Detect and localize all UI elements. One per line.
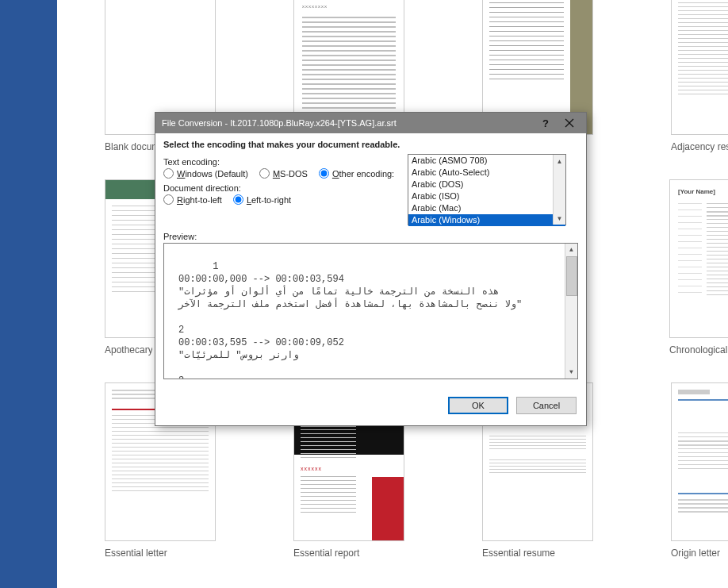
radio-input[interactable] <box>163 168 174 179</box>
template-label: Chronological letter <box>669 344 728 355</box>
dialog-titlebar[interactable]: File Conversion - It.2017.1080p.BluRay.x… <box>155 113 586 133</box>
scroll-down-icon[interactable]: ▼ <box>565 366 578 379</box>
thumb-lines <box>678 432 728 472</box>
preview-label: Preview: <box>163 232 578 241</box>
preview-textbox[interactable]: 1 00:00:00,000 --> 00:00:03,594 "هذه الن… <box>163 243 578 379</box>
dialog-title: File Conversion - It.2017.1080p.BluRay.x… <box>162 118 534 128</box>
dialog-body: Select the encoding that makes your docu… <box>155 133 586 389</box>
radio-input[interactable] <box>259 168 270 179</box>
thumb-accent <box>678 493 728 494</box>
template-label: Apothecary letter <box>105 344 152 355</box>
dialog-instruction: Select the encoding that makes your docu… <box>163 140 578 149</box>
thumb-lines <box>302 17 396 112</box>
thumb-lines <box>678 0 728 98</box>
thumb-title: xxxxxxxx <box>302 4 396 9</box>
thumb-lines <box>301 476 356 516</box>
template-thumb[interactable] <box>671 0 728 135</box>
template-label: Essential report <box>293 548 404 559</box>
text-encoding-radios: Windows (Default) MS-DOS Other encoding: <box>163 168 408 179</box>
encoding-option[interactable]: Arabic (Mac) <box>408 202 565 214</box>
dialog-button-row: OK Cancel <box>155 389 586 425</box>
thumb-placeholder-name: [Your Name] <box>678 188 728 195</box>
thumb-red-band <box>372 477 404 540</box>
encoding-option[interactable]: Arabic (Auto-Select) <box>408 167 565 179</box>
template-label: Essential letter <box>105 548 216 559</box>
template-thumb[interactable] <box>671 382 728 541</box>
template-label: Adjacency resume <box>671 141 728 152</box>
scroll-up-icon[interactable]: ▲ <box>554 155 566 167</box>
radio-input[interactable] <box>319 168 329 179</box>
help-button[interactable]: ? <box>534 115 557 131</box>
encoding-listbox[interactable]: Arabic (ASMO 708)Arabic (Auto-Select)Ara… <box>408 154 566 225</box>
radio-input[interactable] <box>233 194 243 205</box>
radio-windows-default[interactable]: Windows (Default) <box>163 168 248 179</box>
template-adjacency-resume[interactable]: Adjacency resume <box>671 0 728 152</box>
document-direction-label: Document direction: <box>163 183 408 193</box>
template-label: Origin letter <box>671 548 728 559</box>
thumb-lines <box>489 436 586 450</box>
scroll-down-icon[interactable]: ▼ <box>554 212 566 225</box>
scrollbar[interactable]: ▲ ▼ <box>565 244 577 379</box>
encoding-option[interactable]: Arabic (Windows) <box>408 214 565 226</box>
thumb-lines <box>678 390 710 394</box>
app-sidebar <box>0 0 57 588</box>
thumb-accent <box>678 399 728 401</box>
thumb-lines <box>678 499 728 515</box>
template-origin-letter[interactable]: Origin letter <box>671 382 728 559</box>
template-label: Essential resume <box>482 548 593 559</box>
cancel-button[interactable]: Cancel <box>516 397 577 414</box>
preview-text: 1 00:00:00,000 --> 00:00:03,594 "هذه الن… <box>178 261 522 379</box>
radio-left-to-right[interactable]: Left-to-right <box>233 194 291 205</box>
document-direction-radios: Right-to-left Left-to-right <box>163 194 408 205</box>
thumb-lines <box>112 415 209 494</box>
scrollbar[interactable]: ▲ ▼ <box>553 155 565 225</box>
text-encoding-label: Text encoding: <box>163 157 408 167</box>
thumb-lines <box>489 459 586 474</box>
scrollbar-thumb[interactable] <box>566 256 577 296</box>
encoding-option[interactable]: Arabic (ISO) <box>408 190 565 202</box>
radio-ms-dos[interactable]: MS-DOS <box>259 168 308 179</box>
ok-button[interactable]: OK <box>448 397 508 414</box>
thumb-lines <box>678 203 702 298</box>
radio-input[interactable] <box>163 194 174 205</box>
template-chronological-letter[interactable]: [Your Name] Chronological letter <box>669 179 728 355</box>
radio-other-encoding[interactable]: Other encoding: <box>319 168 394 179</box>
thumb-lines <box>707 203 728 298</box>
close-icon <box>565 118 574 128</box>
close-button[interactable] <box>557 115 581 131</box>
thumb-ticks: xxxxxx <box>301 466 364 471</box>
radio-right-to-left[interactable]: Right-to-left <box>163 194 222 205</box>
template-thumb[interactable]: [Your Name] <box>669 179 728 338</box>
encoding-option[interactable]: Arabic (ASMO 708) <box>408 155 565 167</box>
scroll-up-icon[interactable]: ▲ <box>565 244 578 256</box>
file-conversion-dialog: File Conversion - It.2017.1080p.BluRay.x… <box>155 112 587 426</box>
encoding-option[interactable]: Arabic (DOS) <box>408 179 565 190</box>
